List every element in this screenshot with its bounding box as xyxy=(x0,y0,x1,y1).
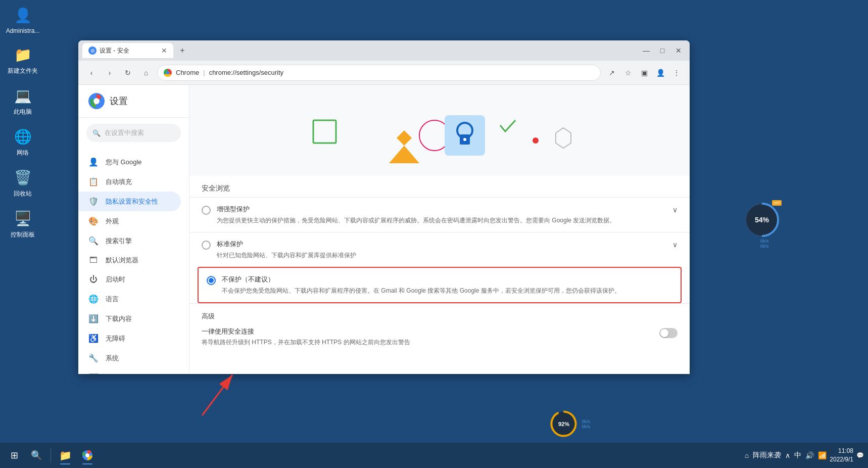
ime-indicator[interactable]: 中 xyxy=(794,451,801,460)
sidebar-downloads-label: 下载内容 xyxy=(106,314,132,323)
sidebar-item-autofill[interactable]: 📋 自动填充 xyxy=(78,172,181,192)
minimize-button[interactable]: — xyxy=(639,43,653,58)
settings-search-bar[interactable]: 🔍 在设置中搜索 xyxy=(86,124,181,142)
enhanced-radio[interactable] xyxy=(202,206,211,215)
desktop-icon-network[interactable]: 🌐 网络 xyxy=(5,126,40,157)
svg-point-2 xyxy=(94,99,99,104)
forward-button[interactable]: › xyxy=(103,66,117,80)
sidebar-item-language[interactable]: 🌐 语言 xyxy=(78,289,181,309)
sidebar-reset-label: 重置并清理 xyxy=(106,373,138,375)
sidebar-item-system[interactable]: 🔧 系统 xyxy=(78,348,181,368)
cpu-widget[interactable]: 92% xyxy=(550,410,577,438)
chrome-logo-big xyxy=(88,93,105,109)
sidebar-item-you-google[interactable]: 👤 您与 Google xyxy=(78,152,181,172)
share-button[interactable]: ↗ xyxy=(605,66,619,80)
advanced-section: 高级 一律使用安全连接 将导航路径升级到 HTTPS，并在加载不支持 HTTPS… xyxy=(189,303,690,355)
desktop-icon-recycle-bin[interactable]: 🗑️ 回收站 xyxy=(5,167,40,198)
url-path: chrome://settings/security xyxy=(209,69,283,76)
advanced-title: 高级 xyxy=(202,312,678,321)
network-tray-icon[interactable]: ⌂ xyxy=(745,451,749,459)
menu-button[interactable]: ⋮ xyxy=(669,66,684,80)
search-taskbar-button[interactable]: 🔍 xyxy=(26,445,46,465)
svg-point-9 xyxy=(463,138,466,141)
cpu-upload: 0k/s xyxy=(582,419,590,424)
refresh-button[interactable]: ↻ xyxy=(121,66,135,80)
network-icon[interactable]: 📶 xyxy=(818,451,827,459)
standard-protection-option[interactable]: 标准保护 针对已知危险网站、下载内容和扩展库提供标准保护 ∨ xyxy=(189,232,690,267)
svg-marker-10 xyxy=(397,130,412,146)
autofill-icon: 📋 xyxy=(88,177,99,186)
settings-sidebar: 设置 🔍 在设置中搜索 👤 您与 Google 📋 自动填充 xyxy=(78,85,189,374)
maximize-button[interactable]: □ xyxy=(655,43,669,58)
enhanced-expand-icon[interactable]: ∨ xyxy=(672,206,678,214)
enhanced-content: 增强型保护 为您提供更快主动的保护措施，免受危险网站、下载内容或扩展程序的威胁。… xyxy=(217,205,666,225)
https-toggle-row: 一律使用安全连接 将导航路径升级到 HTTPS，并在加载不支持 HTTPS 的网… xyxy=(202,327,678,347)
close-tab-button[interactable]: ✕ xyxy=(161,46,167,55)
sidebar-item-downloads[interactable]: ⬇️ 下载内容 xyxy=(78,309,181,329)
standard-radio[interactable] xyxy=(202,241,211,250)
system-icon: 🔧 xyxy=(88,353,99,363)
https-toggle-switch[interactable] xyxy=(659,328,678,338)
desktop-icon-new-folder[interactable]: 📁 新建文件夹 xyxy=(5,44,40,75)
enhanced-desc: 为您提供更快主动的保护措施，免受危险网站、下载内容或扩展程序的威胁。系统会在密码… xyxy=(217,216,666,225)
sidebar-item-accessibility[interactable]: ♿ 无障碍 xyxy=(78,329,181,348)
cpu-download: 0k/s xyxy=(582,424,590,429)
settings-main-content: 安全浏览 增强型保护 为您提供更快主动的保护措施，免受危险网站、下载内容或扩展程… xyxy=(189,85,690,374)
address-actions: ↗ ☆ ▣ 👤 ⋮ xyxy=(605,66,684,80)
desktop-icons: 👤 Administra... 📁 新建文件夹 💻 此电脑 🌐 网络 🗑️ 回收… xyxy=(5,5,40,239)
standard-expand-icon[interactable]: ∨ xyxy=(672,241,678,249)
sidebar-item-reset[interactable]: 🔄 重置并清理 xyxy=(78,368,181,374)
home-button[interactable]: ⌂ xyxy=(139,66,153,80)
language-icon: 🌐 xyxy=(88,294,99,304)
desktop-icon-my-computer[interactable]: 💻 此电脑 xyxy=(5,85,40,116)
no-protection-option[interactable]: 不保护（不建议） 不会保护您免受危险网站、下载内容和扩展程序的侵害。在 Gmai… xyxy=(198,267,682,303)
cpu-widgets: 92% 0k/s 0k/s xyxy=(550,410,590,438)
profile-button[interactable]: 👤 xyxy=(653,66,667,80)
privacy-security-icon: 🛡️ xyxy=(88,197,99,206)
browser-tab[interactable]: ⚙ 设置 - 安全 ✕ xyxy=(82,43,173,58)
close-button[interactable]: ✕ xyxy=(671,43,686,58)
sidebar-accessibility-label: 无障碍 xyxy=(106,334,125,343)
search-engine-icon: 🔍 xyxy=(88,236,99,246)
taskbar-file-explorer[interactable]: 📁 xyxy=(55,445,75,465)
svg-marker-4 xyxy=(389,146,419,163)
no-protection-title: 不保护（不建议） xyxy=(222,275,672,284)
bookmark-button[interactable]: ☆ xyxy=(621,66,635,80)
you-google-icon: 👤 xyxy=(88,157,99,167)
volume-icon[interactable]: 🔊 xyxy=(805,451,814,459)
notification-icon[interactable]: 💬 xyxy=(856,452,864,459)
desktop-icon-admin[interactable]: 👤 Administra... xyxy=(5,5,40,34)
taskbar-chrome[interactable] xyxy=(77,445,98,465)
tab-title: 设置 - 安全 xyxy=(100,46,129,55)
standard-desc: 针对已知危险网站、下载内容和扩展库提供标准保护 xyxy=(217,251,666,260)
title-bar: ⚙ 设置 - 安全 ✕ + — □ ✕ xyxy=(78,40,690,61)
sidebar-item-default-browser[interactable]: 🗔 默认浏览器 xyxy=(78,251,181,270)
vip-badge: VIP xyxy=(772,200,782,206)
sidebar-item-startup[interactable]: ⏻ 启动时 xyxy=(78,270,181,289)
startup-icon: ⏻ xyxy=(88,275,99,284)
sidebar-item-search-engine[interactable]: 🔍 搜索引擎 xyxy=(78,231,181,251)
standard-title: 标准保护 xyxy=(217,240,666,249)
arrow-annotation xyxy=(192,365,253,428)
url-bar[interactable]: Chrome | chrome://settings/security xyxy=(157,65,601,81)
desktop-icon-control-panel[interactable]: 🖥️ 控制面板 xyxy=(5,208,40,239)
vip-upload: 0k/s xyxy=(744,239,785,244)
search-placeholder: 在设置中搜索 xyxy=(105,128,144,137)
vip-widget[interactable]: 54% VIP 0k/s 0k/s xyxy=(744,202,785,243)
security-illustration xyxy=(189,85,690,176)
enhanced-protection-option[interactable]: 增强型保护 为您提供更快主动的保护措施，免受危险网站、下载内容或扩展程序的威胁。… xyxy=(189,197,690,232)
tray-expand-icon[interactable]: ∧ xyxy=(785,451,790,459)
no-protection-radio[interactable] xyxy=(207,276,216,285)
sidebar-appearance-label: 外观 xyxy=(106,217,119,226)
sidebar-language-label: 语言 xyxy=(106,295,119,304)
window-controls: — □ ✕ xyxy=(639,43,686,58)
back-button[interactable]: ‹ xyxy=(84,66,99,80)
sidebar-system-label: 系统 xyxy=(106,354,119,363)
system-clock[interactable]: 11:08 2022/9/1 xyxy=(830,447,853,464)
tab-view-button[interactable]: ▣ xyxy=(637,66,651,80)
start-button[interactable]: ⊞ xyxy=(4,445,24,465)
taskbar-divider xyxy=(51,448,51,463)
sidebar-item-privacy-security[interactable]: 🛡️ 隐私设置和安全性 xyxy=(78,192,181,211)
sidebar-item-appearance[interactable]: 🎨 外观 xyxy=(78,211,181,231)
new-tab-button[interactable]: + xyxy=(175,43,189,58)
